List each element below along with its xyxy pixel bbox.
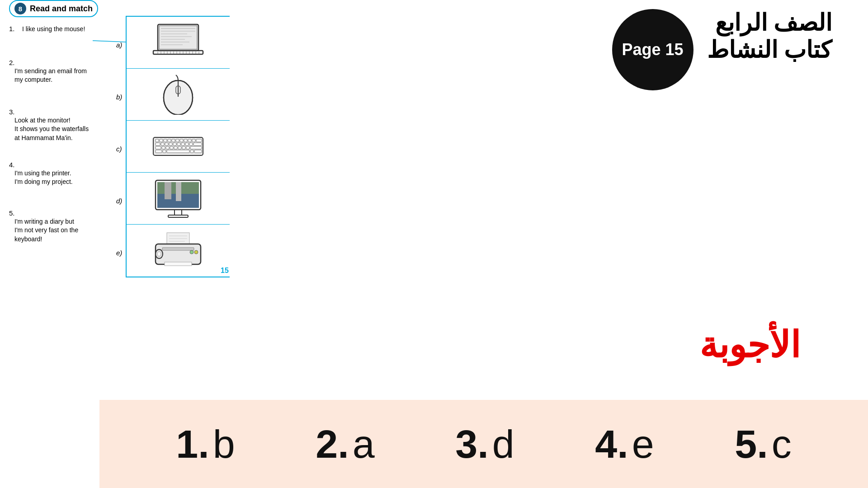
sentence-3: 3. Look at the monitor!It shows you the …	[9, 108, 122, 143]
svg-rect-61	[156, 150, 162, 153]
laptop-icon	[151, 22, 205, 63]
image-cell-b	[127, 69, 230, 121]
sentence-3-num: 3.	[9, 108, 15, 116]
page-circle-label: Page 15	[622, 40, 684, 59]
answers-arabic-label: الأجوبة	[699, 324, 800, 366]
svg-rect-58	[182, 146, 185, 149]
answer-4-num: 4.	[595, 421, 628, 467]
image-cell-c	[127, 121, 230, 173]
sentences-list: 1. I like using the mouse! 2. I'm sendin…	[9, 20, 122, 254]
svg-rect-49	[185, 143, 189, 145]
letter-b: b)	[116, 71, 122, 123]
svg-rect-32	[160, 139, 163, 142]
svg-rect-39	[188, 139, 191, 142]
svg-rect-44	[165, 143, 168, 145]
sentence-5-text: I'm writing a diary butI'm not very fast…	[9, 217, 78, 244]
sentence-1-text: I like using the mouse!	[17, 25, 85, 33]
svg-rect-34	[168, 139, 171, 142]
svg-rect-36	[176, 139, 179, 142]
answer-1: 1. b	[176, 421, 235, 467]
sentence-2: 2. I'm sending an email frommy computer.	[9, 59, 122, 84]
svg-rect-55	[170, 146, 173, 149]
svg-rect-47	[177, 143, 180, 145]
sentence-2-text: I'm sending an email frommy computer.	[9, 67, 87, 84]
svg-rect-70	[165, 182, 171, 199]
badge-label: Read and match	[30, 4, 93, 14]
svg-rect-73	[168, 215, 188, 217]
answers-bar: 1. b 2. a 3. d 4. e 5. c	[99, 400, 868, 488]
svg-rect-38	[184, 139, 187, 142]
svg-rect-72	[175, 210, 182, 215]
svg-rect-79	[162, 248, 194, 250]
arabic-title-grade: الصف الرابع	[707, 9, 832, 36]
svg-rect-43	[161, 143, 164, 145]
answer-1-letter: b	[213, 421, 235, 467]
svg-rect-65	[194, 150, 202, 153]
badge-number: 8	[14, 3, 26, 14]
answer-2-letter: a	[353, 421, 375, 467]
sentence-4: 4. I'm using the printer.I'm doing my pr…	[9, 161, 122, 187]
sentence-2-num: 2.	[9, 59, 15, 66]
image-letters: a) b) c) d) e)	[116, 19, 122, 279]
svg-rect-48	[181, 143, 184, 145]
svg-rect-59	[186, 146, 189, 149]
svg-rect-82	[165, 262, 192, 266]
svg-rect-42	[156, 143, 160, 145]
svg-rect-53	[162, 146, 165, 149]
answer-3-letter: d	[492, 421, 514, 467]
sentence-4-num: 4.	[9, 161, 15, 169]
sentence-1: 1. I like using the mouse!	[9, 25, 122, 34]
right-section: Page 15 الصف الرابع كتاب النشاط	[612, 9, 832, 90]
answer-3: 3. d	[455, 421, 514, 467]
monitor-icon	[151, 178, 205, 219]
svg-point-81	[194, 250, 198, 254]
answer-2-num: 2.	[316, 421, 349, 467]
image-cell-d	[127, 173, 230, 225]
keyboard-icon	[151, 126, 205, 167]
svg-rect-54	[166, 146, 169, 149]
svg-rect-51	[193, 143, 202, 145]
answer-3-num: 3.	[455, 421, 488, 467]
image-cell-e	[127, 225, 230, 277]
svg-rect-9	[153, 51, 203, 54]
sentence-5: 5. I'm writing a diary butI'm not very f…	[9, 209, 122, 244]
letter-a: a)	[116, 19, 122, 71]
answer-5: 5. c	[735, 421, 791, 467]
svg-rect-64	[190, 150, 193, 153]
svg-rect-50	[189, 143, 193, 145]
sentence-5-num: 5.	[9, 209, 15, 217]
arabic-title-book: كتاب النشاط	[707, 36, 832, 63]
answer-1-num: 1.	[176, 421, 209, 467]
svg-rect-41	[196, 139, 202, 142]
letter-c: c)	[116, 123, 122, 175]
page-circle: Page 15	[612, 9, 693, 90]
svg-rect-35	[172, 139, 175, 142]
sentence-3-text: Look at the monitor!It shows you the wat…	[9, 116, 89, 143]
page-number: 15	[221, 267, 229, 275]
answer-5-letter: c	[772, 421, 792, 467]
svg-rect-1	[159, 26, 197, 49]
sentence-4-text: I'm using the printer.I'm doing my proje…	[9, 169, 73, 187]
arabic-titles: الصف الرابع كتاب النشاط	[707, 9, 832, 63]
printer-icon	[151, 230, 205, 271]
svg-rect-40	[192, 139, 195, 142]
letter-d: d)	[116, 175, 122, 227]
svg-point-80	[190, 250, 193, 254]
letter-e: e)	[116, 227, 122, 279]
answer-4-letter: e	[632, 421, 654, 467]
mouse-icon	[151, 74, 205, 115]
svg-rect-45	[169, 143, 172, 145]
images-grid	[126, 16, 230, 277]
svg-rect-63	[167, 150, 189, 153]
svg-rect-56	[174, 146, 177, 149]
answer-2: 2. a	[316, 421, 374, 467]
answer-4: 4. e	[595, 421, 654, 467]
svg-rect-37	[180, 139, 183, 142]
svg-rect-62	[163, 150, 166, 153]
image-cell-a	[127, 17, 230, 69]
svg-rect-46	[173, 143, 176, 145]
svg-point-84	[157, 252, 161, 256]
svg-rect-57	[178, 146, 181, 149]
svg-rect-60	[190, 146, 202, 149]
activity-badge: 8 Read and match	[9, 0, 98, 17]
